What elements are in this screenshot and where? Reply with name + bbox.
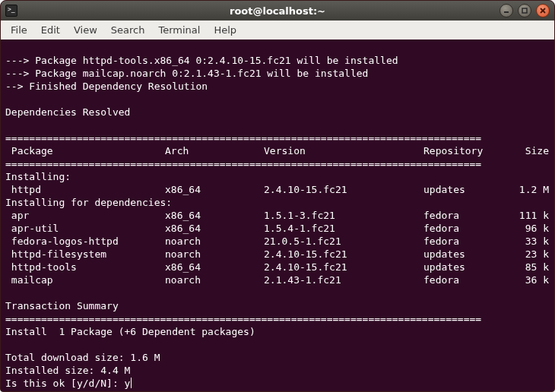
cell-pkg: httpd-filesystem [5,248,165,261]
table-row: aprx86_641.5.1-3.fc21fedora111 k [5,209,550,222]
cell-repo: fedora [423,235,507,248]
cell-size: 1.2 M [507,183,549,196]
cell-pkg: apr-util [5,222,165,235]
cell-repo: fedora [423,209,507,222]
cell-pkg: mailcap [5,273,165,286]
output-line: Installed size: 4.4 M [5,365,130,376]
section-header: Transaction Summary [5,300,119,311]
menu-view[interactable]: View [67,22,104,38]
cell-repo: updates [423,248,507,261]
cell-repo: fedora [423,222,507,235]
cell-repo: updates [423,261,507,273]
cell-ver: 21.0.5-1.fc21 [264,235,423,248]
terminal-output[interactable]: ---> Package httpd-tools.x86_64 0:2.4.10… [1,40,554,391]
cell-arch: noarch [165,248,264,261]
cell-arch: x86_64 [165,209,264,222]
output-line: Total download size: 1.6 M [5,352,160,363]
table-row: apr-utilx86_641.5.4-1.fc21fedora96 k [5,222,550,235]
cell-repo: fedora [423,273,507,286]
cell-arch: x86_64 [165,183,264,196]
col-version: Version [264,144,423,157]
cell-pkg: httpd-tools [5,261,165,273]
cell-arch: x86_64 [165,261,264,273]
cell-size: 85 k [507,261,549,273]
cell-pkg: apr [5,209,165,222]
prompt-text: Is this ok [y/d/N]: [5,378,125,389]
section-header: Installing: [5,171,71,182]
cell-ver: 2.4.10-15.fc21 [264,261,423,273]
col-package: Package [5,144,165,157]
col-arch: Arch [165,144,264,157]
table-row: mailcapnoarch2.1.43-1.fc21fedora36 k [5,273,550,286]
table-row: fedora-logos-httpdnoarch21.0.5-1.fc21fed… [5,235,550,248]
divider-line: ========================================… [5,132,481,144]
cell-repo: updates [423,183,507,196]
terminal-icon [5,5,17,17]
cell-pkg: httpd [5,183,165,196]
window-title: root@localhost:~ [1,5,554,17]
cell-arch: noarch [165,273,264,286]
menu-help[interactable]: Help [207,22,243,38]
prompt-input[interactable]: y [125,378,131,389]
divider-line: ========================================… [5,158,481,169]
cell-size: 36 k [507,273,549,286]
menubar: File Edit View Search Terminal Help [1,21,554,40]
col-repository: Repository [423,144,507,157]
section-header: Installing for dependencies: [5,197,172,208]
cell-ver: 1.5.4-1.fc21 [264,222,423,235]
maximize-button[interactable] [518,4,531,17]
cell-pkg: fedora-logos-httpd [5,235,165,248]
cell-ver: 2.4.10-15.fc21 [264,183,423,196]
minimize-button[interactable] [500,4,513,17]
output-line: ---> Package mailcap.noarch 0:2.1.43-1.f… [5,68,368,79]
cell-size: 33 k [507,235,549,248]
cursor [131,378,132,388]
output-line: ---> Package httpd-tools.x86_64 0:2.4.10… [5,55,398,66]
cell-arch: x86_64 [165,222,264,235]
cell-arch: noarch [165,235,264,248]
cell-ver: 2.1.43-1.fc21 [264,273,423,286]
menu-search[interactable]: Search [104,22,152,38]
menu-terminal[interactable]: Terminal [151,22,207,38]
output-line: --> Finished Dependency Resolution [5,81,208,92]
table-header-row: PackageArchVersionRepositorySize [5,144,550,157]
menu-edit[interactable]: Edit [34,22,67,38]
svg-rect-1 [522,8,527,13]
titlebar: root@localhost:~ [1,1,554,21]
cell-ver: 2.4.10-15.fc21 [264,248,423,261]
cell-size: 96 k [507,222,549,235]
output-line: Install 1 Package (+6 Dependent packages… [5,326,255,337]
col-size: Size [507,144,549,157]
cell-ver: 1.5.1-3.fc21 [264,209,423,222]
cell-size: 111 k [507,209,549,222]
output-line: Dependencies Resolved [5,106,130,118]
table-row: httpdx86_642.4.10-15.fc21updates1.2 M [5,183,550,196]
table-row: httpd-toolsx86_642.4.10-15.fc21updates85… [5,261,550,273]
menu-file[interactable]: File [4,22,34,38]
cell-size: 23 k [507,248,549,261]
table-row: httpd-filesystemnoarch2.4.10-15.fc21upda… [5,248,550,261]
close-button[interactable] [536,4,550,17]
terminal-window: root@localhost:~ File Edit View Search T… [0,0,555,392]
divider-line: ========================================… [5,313,481,324]
